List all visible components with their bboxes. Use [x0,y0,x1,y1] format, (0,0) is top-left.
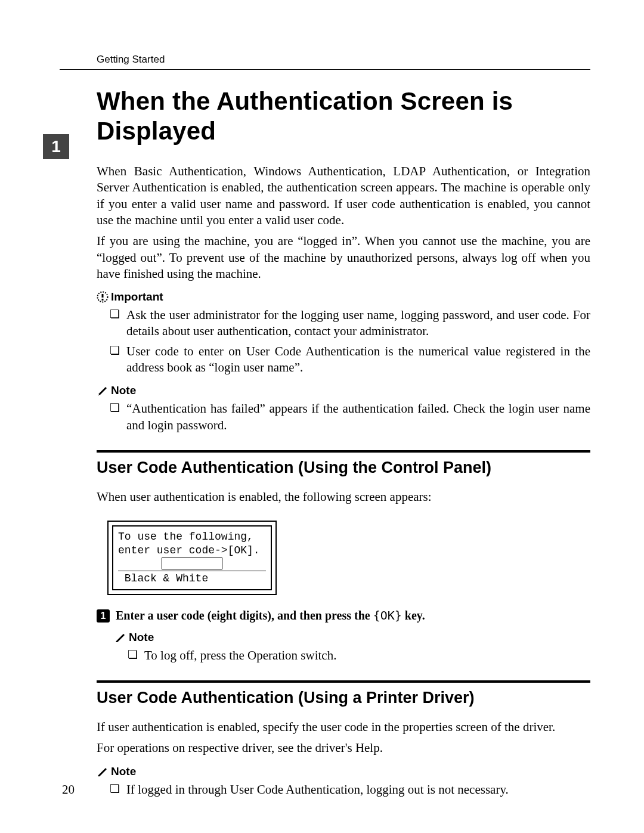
intro-paragraph-1: When Basic Authentication, Windows Authe… [97,163,590,228]
chapter-tab: 1 [43,134,69,159]
step-1: 1 Enter a user code (eight digits), and … [97,608,590,623]
lcd-screenshot: To use the following, enter user code->[… [107,521,277,595]
header-rule [60,69,590,70]
intro-paragraph-2: If you are using the machine, you are “l… [97,233,590,282]
step-1-pre: Enter a user code (eight digits), and th… [116,609,373,622]
note-icon [114,631,126,643]
important-item-2: ❏ User code to enter on User Code Authen… [97,343,590,376]
important-label: Important [97,290,590,304]
bullet-icon: ❏ [128,648,144,664]
lcd-line-2: enter user code->[OK]. [118,544,266,558]
page-title: When the Authentication Screen is Displa… [97,86,590,145]
important-item-2-text: User code to enter on User Code Authenti… [126,343,590,376]
note-label-text: Note [111,384,136,397]
section-a-lead: When user authentication is enabled, the… [97,489,590,505]
svg-rect-2 [102,299,104,301]
ok-key: {OK} [373,608,402,623]
step-1-text: Enter a user code (eight digits), and th… [116,608,590,623]
section-a-note-text: To log off, press the Operation switch. [144,648,590,664]
note-label: Note [97,384,590,397]
lcd-line-1: To use the following, [118,530,266,544]
note-label: Note [97,765,590,778]
important-item-1-text: Ask the user administrator for the loggi… [126,307,590,340]
section-b-p2: For operations on respective driver, see… [97,740,590,756]
section-rule [97,450,590,453]
note-label-text: Note [129,631,154,644]
content-area: When Basic Authentication, Windows Authe… [97,163,590,798]
section-a-heading: User Code Authentication (Using the Cont… [97,459,590,477]
section-b-note-text: If logged in through User Code Authentic… [126,782,590,798]
bullet-icon: ❏ [110,307,126,340]
step-number-badge: 1 [97,609,110,623]
section-a-note-block: Note ❏ To log off, press the Operation s… [114,631,590,664]
important-item-1: ❏ Ask the user administrator for the log… [97,307,590,340]
svg-rect-1 [102,294,104,298]
lcd-line-3: Black & White [118,571,266,586]
note-item-1: ❏ “Authentication has failed” appears if… [97,401,590,433]
note-icon [97,385,109,397]
page: Getting Started 1 When the Authenticatio… [0,0,644,833]
note-icon [97,766,109,778]
section-b-note-item: ❏ If logged in through User Code Authent… [97,782,590,798]
lcd-inner: To use the following, enter user code->[… [112,525,272,590]
section-a-note-item: ❏ To log off, press the Operation switch… [114,648,590,664]
note-item-1-text: “Authentication has failed” appears if t… [126,401,590,433]
lcd-input-row [118,558,266,569]
bullet-icon: ❏ [110,782,126,798]
section-b-p1: If user authentication is enabled, speci… [97,719,590,735]
bullet-icon: ❏ [110,343,126,376]
page-number: 20 [62,782,75,797]
section-b-heading: User Code Authentication (Using a Printe… [97,689,590,707]
important-icon [97,291,109,303]
important-label-text: Important [111,290,163,304]
lcd-input-field [162,558,222,569]
section-rule [97,680,590,683]
note-label: Note [114,631,590,644]
step-1-post: key. [402,609,425,622]
bullet-icon: ❏ [110,401,126,433]
running-header: Getting Started [97,54,590,66]
note-label-text: Note [111,765,136,778]
